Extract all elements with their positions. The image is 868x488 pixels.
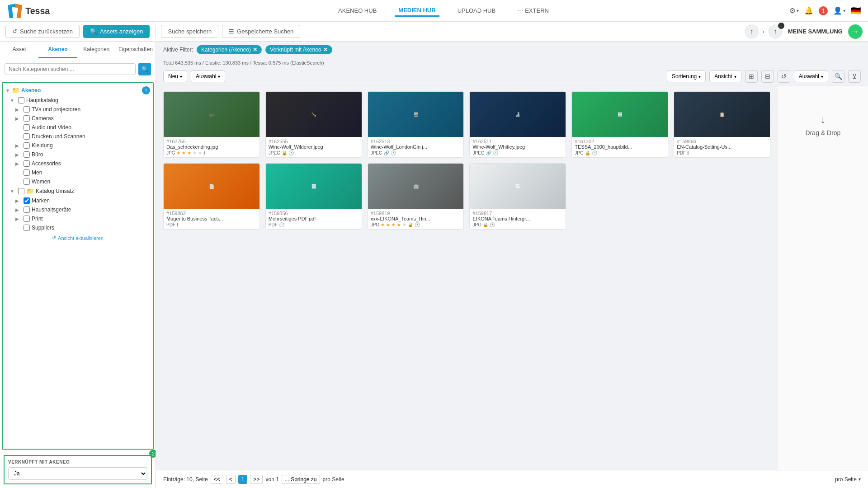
arrow-right-icon: → [852,28,859,36]
asset-card-159862[interactable]: 📄 #159862 Magento Business Tacti... PDF … [163,163,260,230]
filter-content-button[interactable]: ⊻ [848,70,861,83]
folder-icon-katalog: 📁 [26,188,34,195]
saved-searches-button[interactable]: ☰ Gespeicherte Suchen [222,25,300,38]
tree-arrow-buro: ▶ [15,152,22,157]
star-filled-icon: ★ [381,222,385,227]
refresh-view-button[interactable]: ↺ Ansicht aktualisieren [3,232,153,244]
notifications-button[interactable]: 🔔 [804,6,813,15]
lock-icon: 🔒 [483,222,488,227]
checkbox-women[interactable] [24,178,30,185]
tree-item-accessories[interactable]: ▶ Accessories [3,159,153,168]
tree-item-akeneo[interactable]: ▼ 📁 Akeneo 1 [3,85,153,96]
checkbox-men[interactable] [24,169,30,176]
tree-item-katalog[interactable]: ▼ 📁 Katalog Umsatz [3,186,153,196]
asset-card-159866[interactable]: 📋 #159866 EN-Catalog-Setting-Us... PDF ℹ [674,91,770,158]
checkbox-drucken[interactable] [24,133,30,140]
collection-area: ↑ › ↑ ↓ MEINE SAMMLUNG → [745,24,863,39]
tree-item-tvs[interactable]: ▶ TVs und projectoren [3,105,153,114]
remove-filter-verknupft-button[interactable]: ✕ [323,47,328,53]
auswahl-chevron-icon: ▾ [218,74,220,79]
tree-item-men[interactable]: ▶ Men [3,168,153,177]
tab-akeneo[interactable]: Akeneo [38,42,77,58]
tab-eigenschaften[interactable]: Eigenschaften [116,42,156,58]
asset-meta: PDF ℹ [166,222,257,227]
checkbox-kleidung[interactable] [24,142,30,149]
tree-item-hauptkatalog[interactable]: ▼ Hauptkatalog [3,96,153,105]
list-icon: ☰ [229,28,234,35]
checkbox-katalog[interactable] [18,188,24,194]
nav-medien-hub[interactable]: MEDIEN HUB [395,5,439,17]
sortierung-button[interactable]: Sortierung ▾ [667,70,706,82]
upload-notifications-button[interactable]: 1 [819,6,828,15]
checkbox-tvs[interactable] [24,106,30,113]
grid-settings-button[interactable]: ⊞ [745,70,758,83]
asset-card-161302[interactable]: 🖼 #161302 TESSA_2000_hauptbild... JPG 🔒🕐 [571,91,668,158]
checkbox-marken[interactable] [24,197,30,204]
tree-item-buro[interactable]: ▶ Büro [3,150,153,159]
remove-filter-kategorien-button[interactable]: ✕ [253,47,257,53]
auswahl-right-button[interactable]: Auswahl ▾ [794,70,828,82]
refresh-content-button[interactable]: ↺ [778,70,790,83]
sidebar-search-area: 🔍 [0,58,156,80]
export-button[interactable]: ↑ ↓ [768,24,783,39]
prev-button[interactable]: < [226,475,236,484]
save-search-button[interactable]: Suche speichern [161,25,218,38]
tab-kategorien[interactable]: Kategorien [77,42,116,58]
tree-item-cameras[interactable]: ▶ Cameras [3,114,153,123]
tab-asset[interactable]: Asset [0,42,38,58]
category-search-input[interactable] [5,63,136,75]
asset-card-159819[interactable]: 🏢 #159819 xxx-EIKONA_Teams_Hin... JPG ★★… [368,163,464,230]
asset-card-162755[interactable]: 🦗 #162755 Das_schreckending.jpg JPG ★★★★… [163,91,260,158]
auswahl-button[interactable]: Auswahl ▾ [191,70,225,82]
nav-akeneo-hub[interactable]: AKENEO HUB [335,5,380,16]
tree-item-drucken[interactable]: ▶ Drucken und Scannen [3,132,153,141]
settings-button[interactable]: ⚙ ▾ [789,6,799,15]
asset-card-162511[interactable]: 🍶 #162511 Wine-Wolf_Whitley.jpeg JPEG 🔗🕐 [469,91,566,158]
nav-extern[interactable]: ⋯ EXTERN [514,5,552,16]
checkbox-cameras[interactable] [24,115,30,122]
tree-item-women[interactable]: ▶ Women [3,177,153,186]
upload-icon: 1 [819,6,828,15]
ansicht-button[interactable]: Ansicht ▾ [709,70,741,82]
per-page-chevron-icon: ▾ [859,477,861,482]
show-assets-button[interactable]: 🔍 Assets anzeigen [83,25,150,38]
asset-card-159856[interactable]: 📃 #159856 Mehrseitiges PDF.pdf PDF 🕐 [265,163,362,230]
checkbox-buro[interactable] [24,151,30,158]
next-button[interactable]: >> [250,475,263,484]
asset-name: Wine-Wolf_Whitley.jpeg [472,144,563,150]
asset-thumbnail: 🍶 [470,92,566,137]
jump-to-button[interactable]: ... Springe zu [282,475,320,484]
user-button[interactable]: 👤 ▾ [833,6,845,15]
upload-button[interactable]: ↑ [745,24,759,39]
checkbox-haushalts[interactable] [24,206,30,213]
language-flag[interactable]: 🇩🇪 [851,6,861,16]
checkbox-accessories[interactable] [24,160,30,167]
checkbox-audio[interactable] [24,124,30,131]
tree-item-haushalts[interactable]: ▶ Haushaltsgeräte [3,205,153,214]
folder-icon-akeneo: 📁 [12,87,19,94]
reset-search-button[interactable]: ↺ Suche zurücksetzen [5,25,80,38]
table-view-button[interactable]: ⊟ [761,70,774,83]
nav-upload-hub[interactable]: UPLOAD HUB [454,5,500,16]
checkbox-suppliers[interactable] [24,225,30,231]
asset-info: #159817 EIKONA Teams Hintergr... JPG 🔒🕐 [470,209,566,229]
prev-prev-button[interactable]: << [211,475,223,484]
checkbox-hauptkatalog[interactable] [18,97,24,103]
neu-button[interactable]: Neu ▾ [163,70,187,82]
collection-action-button[interactable]: → [848,24,863,39]
category-search-button[interactable]: 🔍 [138,63,151,75]
grid-settings-icon: ⊞ [749,73,754,80]
page-1-button[interactable]: 1 [238,475,248,484]
tree-item-print[interactable]: ▶ Print [3,214,153,223]
tree-label-kleidung: Kleidung [32,142,53,149]
tree-item-kleidung[interactable]: ▶ Kleidung [3,141,153,150]
search-content-button[interactable]: 🔍 [832,70,844,83]
tree-item-marken[interactable]: ▶ Marken [3,196,153,205]
checkbox-print[interactable] [24,216,30,222]
asset-card-162513[interactable]: 🥃 #162513 Wine-Wolf_LondonGin.j... JPEG … [368,91,464,158]
tree-item-audio[interactable]: ▶ Audio und Video [3,123,153,132]
verknupft-select[interactable]: Ja Nein [8,467,147,480]
tree-item-suppliers[interactable]: ▶ Suppliers [3,223,153,232]
asset-card-159817[interactable]: 🏗 #159817 EIKONA Teams Hintergr... JPG 🔒… [469,163,566,230]
asset-card-162555[interactable]: 🍾 #162555 Wine-Wolf_Wilderer.jpeg JPEG 🔒… [265,91,362,158]
